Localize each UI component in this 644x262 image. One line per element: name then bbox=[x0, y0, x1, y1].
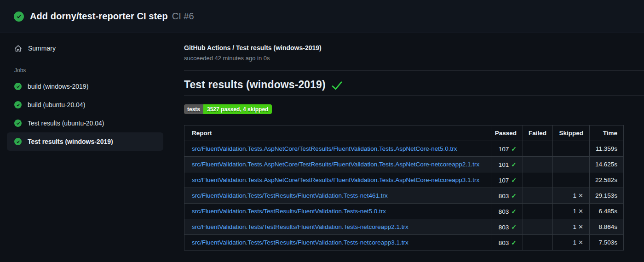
failed-count bbox=[523, 157, 553, 172]
run-header: Add dorny/test-reporter CI step CI #6 bbox=[0, 0, 644, 33]
divider bbox=[184, 70, 644, 71]
sidebar-item-job-testresults-ubuntu[interactable]: Test results (ubuntu-20.04) bbox=[7, 114, 163, 132]
job-label: Test results (windows-2019) bbox=[28, 138, 113, 145]
report-link[interactable]: src/FluentValidation.Tests.AspNetCore/Te… bbox=[192, 161, 479, 168]
time-value: 7.503s bbox=[590, 235, 624, 251]
sidebar-summary-label: Summary bbox=[28, 45, 56, 52]
heading-row: Test results (windows-2019) bbox=[184, 79, 644, 91]
table-row: src/FluentValidation.Tests/TestResults/F… bbox=[184, 204, 624, 219]
job-label: Test results (ubuntu-20.04) bbox=[28, 120, 104, 127]
home-icon bbox=[14, 45, 22, 52]
failed-count bbox=[523, 188, 553, 204]
skipped-count: 1 bbox=[573, 208, 577, 215]
job-success-check-icon bbox=[14, 101, 22, 108]
col-header-failed: Failed bbox=[523, 125, 553, 141]
report-link[interactable]: src/FluentValidation.Tests.AspNetCore/Te… bbox=[192, 145, 457, 152]
x-icon: ✕ bbox=[578, 208, 583, 215]
check-icon: ✓ bbox=[511, 177, 517, 184]
check-icon: ✓ bbox=[511, 239, 517, 246]
col-header-passed: Passed bbox=[491, 125, 523, 141]
check-icon: ✓ bbox=[511, 145, 517, 153]
col-header-time: Time bbox=[590, 125, 624, 141]
check-run-title: GitHub Actions / Test results (windows-2… bbox=[184, 44, 644, 51]
x-icon: ✕ bbox=[578, 239, 583, 246]
passed-count: 803 bbox=[499, 208, 509, 215]
passed-count: 803 bbox=[499, 224, 509, 231]
failed-count bbox=[523, 204, 553, 219]
col-header-report: Report bbox=[184, 125, 491, 141]
report-link[interactable]: src/FluentValidation.Tests/TestResults/F… bbox=[192, 223, 408, 230]
time-value: 6.485s bbox=[590, 204, 624, 219]
tests-status-badge: tests 3527 passed, 4 skipped bbox=[184, 104, 272, 114]
skipped-count: 1 bbox=[573, 239, 577, 246]
report-link[interactable]: src/FluentValidation.Tests.AspNetCore/Te… bbox=[192, 177, 479, 183]
passed-count: 107 bbox=[499, 146, 509, 153]
sidebar-item-job-build-ubuntu[interactable]: build (ubuntu-20.04) bbox=[7, 96, 163, 114]
table-header-row: Report Passed Failed Skipped Time bbox=[184, 125, 624, 141]
check-icon: ✓ bbox=[511, 223, 517, 231]
x-icon: ✕ bbox=[578, 192, 583, 199]
check-icon: ✓ bbox=[511, 192, 517, 199]
failed-count bbox=[523, 172, 553, 188]
skipped-count: 1 bbox=[573, 223, 577, 230]
time-value: 8.864s bbox=[590, 219, 624, 235]
badge-value: 3527 passed, 4 skipped bbox=[203, 104, 272, 114]
table-row: src/FluentValidation.Tests/TestResults/F… bbox=[184, 219, 624, 235]
job-success-check-icon bbox=[14, 120, 22, 127]
sidebar-item-job-build-windows[interactable]: build (windows-2019) bbox=[7, 77, 163, 96]
col-header-skipped: Skipped bbox=[553, 125, 590, 141]
sidebar-item-job-testresults-windows[interactable]: Test results (windows-2019) bbox=[7, 132, 163, 151]
skipped-count: 1 bbox=[573, 192, 577, 199]
main-content: GitHub Actions / Test results (windows-2… bbox=[184, 33, 644, 251]
passed-count: 107 bbox=[499, 177, 509, 184]
page-title: Test results (windows-2019) bbox=[184, 79, 326, 91]
table-row: src/FluentValidation.Tests/TestResults/F… bbox=[184, 188, 624, 204]
passed-count: 101 bbox=[499, 161, 509, 168]
run-success-check-icon bbox=[14, 11, 24, 22]
time-value: 22.582s bbox=[590, 172, 624, 188]
test-results-table: Report Passed Failed Skipped Time src/Fl… bbox=[184, 125, 624, 251]
table-row: src/FluentValidation.Tests/TestResults/F… bbox=[184, 235, 624, 251]
failed-count bbox=[523, 141, 553, 157]
sidebar-item-summary[interactable]: Summary bbox=[14, 44, 175, 53]
run-status-line: succeeded 42 minutes ago in 0s bbox=[184, 55, 644, 62]
job-label: build (ubuntu-20.04) bbox=[28, 101, 85, 108]
heading-success-check-icon bbox=[332, 81, 342, 90]
check-icon: ✓ bbox=[511, 161, 517, 168]
time-value: 14.625s bbox=[590, 157, 624, 172]
report-link[interactable]: src/FluentValidation.Tests/TestResults/F… bbox=[192, 239, 408, 246]
table-row: src/FluentValidation.Tests.AspNetCore/Te… bbox=[184, 172, 624, 188]
report-link[interactable]: src/FluentValidation.Tests/TestResults/F… bbox=[192, 192, 388, 199]
check-icon: ✓ bbox=[511, 208, 517, 215]
failed-count bbox=[523, 219, 553, 235]
table-row: src/FluentValidation.Tests.AspNetCore/Te… bbox=[184, 157, 624, 172]
job-success-check-icon bbox=[14, 138, 22, 145]
sidebar: Summary Jobs build (windows-2019) build … bbox=[0, 33, 175, 151]
failed-count bbox=[523, 235, 553, 251]
badge-label: tests bbox=[184, 104, 203, 114]
run-number: CI #6 bbox=[172, 11, 194, 22]
jobs-section-label: Jobs bbox=[14, 67, 175, 74]
table-row: src/FluentValidation.Tests.AspNetCore/Te… bbox=[184, 141, 624, 157]
job-label: build (windows-2019) bbox=[28, 83, 88, 90]
time-value: 29.153s bbox=[590, 188, 624, 204]
passed-count: 803 bbox=[499, 193, 509, 199]
job-success-check-icon bbox=[14, 83, 22, 90]
x-icon: ✕ bbox=[578, 223, 583, 230]
run-title: Add dorny/test-reporter CI step bbox=[30, 11, 168, 22]
time-value: 11.359s bbox=[590, 141, 624, 157]
passed-count: 803 bbox=[499, 239, 509, 246]
divider bbox=[184, 95, 644, 96]
jobs-list: build (windows-2019) build (ubuntu-20.04… bbox=[7, 77, 163, 151]
report-link[interactable]: src/FluentValidation.Tests/TestResults/F… bbox=[192, 208, 386, 215]
